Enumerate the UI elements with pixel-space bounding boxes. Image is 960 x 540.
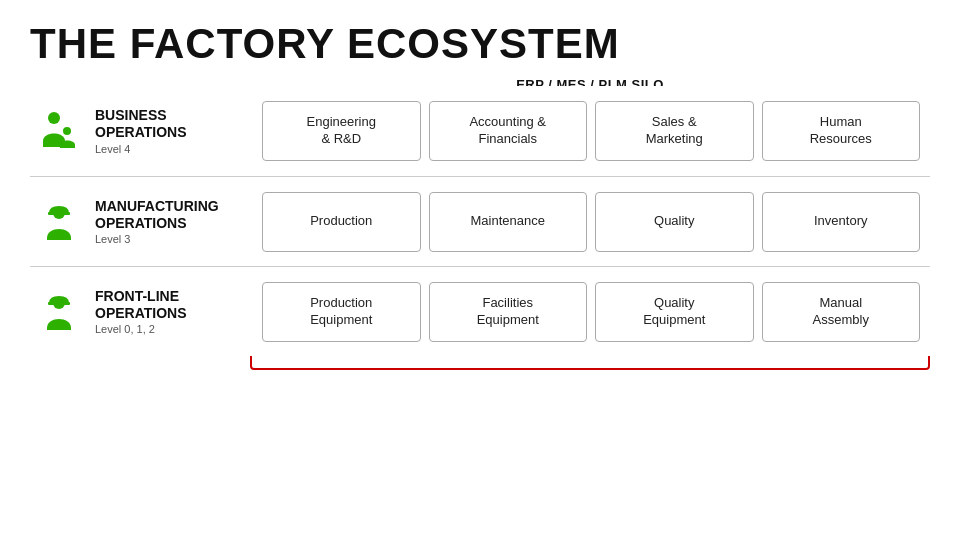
rows-container: BUSINESSOPERATIONS Level 4 Engineering& … [30, 86, 930, 356]
card-quality-equipment: QualityEquipment [595, 282, 754, 342]
card-prod-equipment: ProductionEquipment [262, 282, 421, 342]
frontline-sub: Level 0, 1, 2 [95, 323, 187, 335]
card-accounting: Accounting &Financials [429, 101, 588, 161]
manufacturing-label: MANUFACTURINGOPERATIONS Level 3 [30, 188, 250, 256]
card-hr: HumanResources [762, 101, 921, 161]
frontline-cards: ProductionEquipment FacilitiesEquipment … [250, 272, 930, 352]
svg-point-1 [63, 127, 71, 135]
svg-point-0 [48, 112, 60, 124]
card-engineering: Engineering& R&D [262, 101, 421, 161]
svg-rect-5 [48, 302, 70, 305]
manufacturing-title: MANUFACTURINGOPERATIONS [95, 198, 219, 232]
card-maintenance: Maintenance [429, 192, 588, 252]
card-manual-assembly: ManualAssembly [762, 282, 921, 342]
business-cards: Engineering& R&D Accounting &Financials … [250, 91, 930, 171]
manufacturing-icon [35, 200, 83, 244]
frontline-icon [35, 290, 83, 334]
row-business: BUSINESSOPERATIONS Level 4 Engineering& … [30, 86, 930, 176]
manufacturing-sub: Level 3 [95, 233, 219, 245]
business-sub: Level 4 [95, 143, 187, 155]
business-icon [35, 109, 83, 153]
card-inventory: Inventory [762, 192, 921, 252]
frontline-label-text: FRONT-LINEOPERATIONS Level 0, 1, 2 [95, 288, 187, 336]
svg-rect-3 [48, 212, 70, 215]
row-manufacturing: MANUFACTURINGOPERATIONS Level 3 Producti… [30, 176, 930, 266]
card-facilities: FacilitiesEquipment [429, 282, 588, 342]
card-quality: Quality [595, 192, 754, 252]
card-sales: Sales &Marketing [595, 101, 754, 161]
manufacturing-label-text: MANUFACTURINGOPERATIONS Level 3 [95, 198, 219, 246]
business-title: BUSINESSOPERATIONS [95, 107, 187, 141]
frontline-title: FRONT-LINEOPERATIONS [95, 288, 187, 322]
business-label: BUSINESSOPERATIONS Level 4 [30, 97, 250, 165]
frontline-label: FRONT-LINEOPERATIONS Level 0, 1, 2 [30, 278, 250, 346]
page-title: THE FACTORY ECOSYSTEM [30, 20, 930, 68]
diagram: ERP / MES / PLM SILO BUSINESSOPERATIONS [30, 86, 930, 356]
business-label-text: BUSINESSOPERATIONS Level 4 [95, 107, 187, 155]
row-frontline: FRONT-LINEOPERATIONS Level 0, 1, 2 Produ… [30, 266, 930, 356]
manufacturing-cards: Production Maintenance Quality Inventory [250, 182, 930, 262]
card-production: Production [262, 192, 421, 252]
